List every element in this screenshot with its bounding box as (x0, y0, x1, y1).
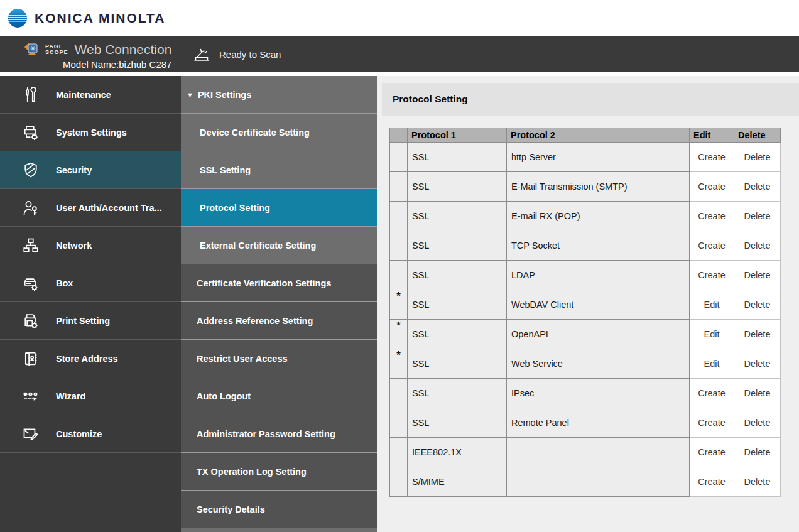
app-header: ✳ PAGE SCOPE Web Connection Model Name:b… (0, 36, 799, 72)
brand-bar: KONICA MINOLTA (0, 0, 799, 36)
table-row: SSL LDAP Create Delete (390, 261, 781, 290)
table-row: SSL E-mail RX (POP) Create Delete (390, 202, 781, 231)
product-title: Web Connection (75, 42, 172, 57)
create-button[interactable]: Create (690, 261, 734, 290)
sidebar-item-system-settings[interactable]: System Settings (0, 114, 181, 151)
sidebar-item-label: Box (56, 278, 73, 288)
delete-button[interactable]: Delete (734, 320, 781, 349)
scanner-icon (192, 46, 211, 63)
submenu-item-label: Device Certificate Setting (200, 128, 310, 138)
table-row: * SSL OpenAPI Edit Delete (390, 320, 781, 349)
sidebar-item-network[interactable]: Network (0, 227, 181, 264)
table-row: IEEE802.1X Create Delete (390, 438, 781, 467)
konica-minolta-logo: KONICA MINOLTA (6, 7, 165, 30)
submenu-item-certificate-verification-settings[interactable]: Certificate Verification Settings (181, 264, 377, 302)
sidebar-item-label: System Settings (56, 128, 127, 138)
row-flag (390, 172, 408, 202)
delete-button[interactable]: Delete (734, 231, 781, 261)
protocol1-cell: SSL (408, 231, 507, 261)
submenu-item-restrict-user-access[interactable]: Restrict User Access (181, 340, 377, 377)
table-row: * SSL Web Service Edit Delete (390, 349, 781, 379)
submenu-item-pki-settings[interactable]: ▼ PKI Settings (181, 76, 377, 114)
globe-icon (6, 7, 29, 30)
protocol1-cell: SSL (408, 379, 507, 408)
edit-button[interactable]: Edit (690, 320, 734, 349)
protocol1-cell: SSL (408, 320, 507, 349)
protocol1-cell: SSL (408, 172, 507, 202)
sidebar-item-user-auth[interactable]: User Auth/Account Tra... (0, 189, 181, 227)
create-button[interactable]: Create (690, 143, 734, 172)
printer-gear-icon (21, 124, 41, 141)
row-flag (390, 231, 408, 261)
svg-text:✳: ✳ (30, 45, 35, 52)
delete-button[interactable]: Delete (734, 143, 781, 172)
create-button[interactable]: Create (690, 438, 734, 467)
submenu-item-device-certificate-setting[interactable]: Device Certificate Setting (181, 114, 377, 151)
submenu-item-ssl-setting[interactable]: SSL Setting (181, 151, 377, 189)
protocol2-cell: Remote Panel (507, 408, 690, 438)
security-submenu: ▼ PKI Settings Device Certificate Settin… (181, 76, 377, 532)
protocol2-cell: IPsec (507, 379, 690, 408)
create-button[interactable]: Create (690, 467, 734, 497)
protocol-table: Protocol 1 Protocol 2 Edit Delete SSL ht… (389, 128, 781, 497)
sidebar-item-print-setting[interactable]: Print Setting (0, 302, 181, 340)
create-button[interactable]: Create (690, 379, 734, 408)
status-text: Ready to Scan (219, 49, 281, 60)
protocol1-cell: SSL (408, 290, 507, 320)
delete-button[interactable]: Delete (734, 202, 781, 231)
create-button[interactable]: Create (690, 408, 734, 438)
submenu-item-label: Protocol Setting (200, 203, 270, 213)
sidebar-item-maintenance[interactable]: Maintenance (0, 76, 181, 114)
delete-button[interactable]: Delete (734, 349, 781, 379)
table-row: * SSL WebDAV Client Edit Delete (390, 290, 781, 320)
row-flag: * (390, 320, 408, 349)
submenu-item-tx-operation-log-setting[interactable]: TX Operation Log Setting (181, 453, 377, 491)
delete-button[interactable]: Delete (734, 467, 781, 497)
pagescope-icon: ✳ (23, 40, 41, 59)
protocol2-cell (507, 438, 690, 467)
row-flag (390, 261, 408, 290)
sidebar-item-customize[interactable]: Customize (0, 415, 181, 453)
table-row: SSL TCP Socket Create Delete (390, 231, 781, 261)
network-icon (21, 237, 41, 254)
delete-button[interactable]: Delete (734, 172, 781, 202)
submenu-item-protocol-setting[interactable]: Protocol Setting (181, 189, 377, 227)
edit-button[interactable]: Edit (690, 290, 734, 320)
delete-button[interactable]: Delete (734, 379, 781, 408)
create-button[interactable]: Create (690, 202, 734, 231)
submenu-item-label: Address Reference Setting (197, 316, 313, 326)
user-key-icon (21, 199, 41, 217)
protocol1-cell: SSL (408, 202, 507, 231)
sidebar-item-wizard[interactable]: Wizard (0, 377, 181, 415)
submenu-item-address-reference-setting[interactable]: Address Reference Setting (181, 302, 377, 340)
submenu-item-external-certificate-setting[interactable]: External Certificate Setting (181, 227, 377, 264)
row-flag (390, 202, 408, 231)
col-header-protocol1: Protocol 1 (408, 128, 507, 143)
protocol2-cell (507, 467, 690, 497)
sidebar-item-store-address[interactable]: Store Address (0, 340, 181, 377)
protocol2-cell: Web Service (507, 349, 690, 379)
delete-button[interactable]: Delete (734, 438, 781, 467)
print-gear-icon (21, 312, 41, 330)
delete-button[interactable]: Delete (734, 261, 781, 290)
sidebar-item-security[interactable]: Security (0, 151, 181, 189)
row-flag: * (390, 290, 408, 320)
row-flag (390, 143, 408, 172)
create-button[interactable]: Create (690, 231, 734, 261)
protocol2-cell: E-Mail Transmission (SMTP) (507, 172, 690, 202)
wizard-steps-icon (21, 388, 41, 405)
submenu-item-security-details[interactable]: Security Details (181, 491, 377, 528)
submenu-item-label: PKI Settings (198, 90, 251, 100)
delete-button[interactable]: Delete (734, 408, 781, 438)
submenu-item-administrator-password-setting[interactable]: Administrator Password Setting (181, 415, 377, 453)
address-book-icon (21, 350, 41, 367)
delete-button[interactable]: Delete (734, 290, 781, 320)
edit-button[interactable]: Edit (690, 349, 734, 379)
protocol1-cell: S/MIME (408, 467, 507, 497)
customize-icon (21, 425, 41, 443)
sidebar-item-box[interactable]: Box (0, 264, 181, 302)
protocol1-cell: SSL (408, 261, 507, 290)
create-button[interactable]: Create (690, 172, 734, 202)
submenu-item-auto-logout[interactable]: Auto Logout (181, 377, 377, 415)
page-title: Protocol Setting (382, 83, 799, 116)
